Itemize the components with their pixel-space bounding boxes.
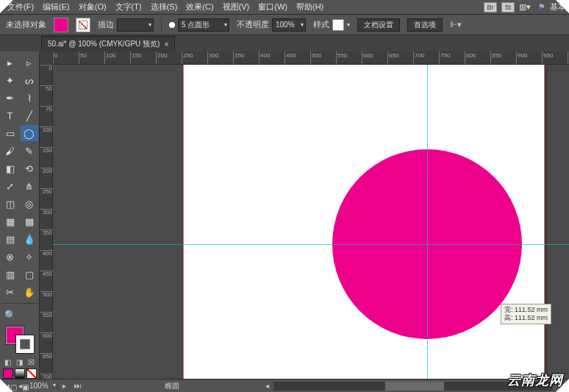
- brush-dropdown[interactable]: 5 点圆形: [178, 18, 229, 32]
- menu-view[interactable]: 视图(V): [218, 0, 254, 14]
- scroll-left-icon[interactable]: ◂: [260, 382, 273, 390]
- eyedropper-tool[interactable]: 💧: [21, 231, 38, 247]
- rotate-tool[interactable]: ⟲: [21, 160, 38, 177]
- artboard-tool[interactable]: ▢: [21, 266, 38, 282]
- current-tool-label: 椭圆: [85, 381, 260, 391]
- opacity-label: 不透明度: [237, 19, 269, 30]
- ruler-v-tick: 500: [40, 291, 53, 298]
- shape-builder-tool[interactable]: ◎: [21, 196, 38, 212]
- stroke-swatch[interactable]: [76, 18, 90, 32]
- ruler-h-tick: 400: [259, 51, 270, 65]
- prev-artboard-icon[interactable]: ◂: [13, 382, 26, 390]
- menu-effect[interactable]: 效果(C): [182, 0, 218, 14]
- ruler-h-tick: 950: [542, 51, 553, 65]
- ruler-h-tick: 600: [362, 51, 373, 65]
- ruler-h-tick: 200: [156, 51, 167, 65]
- preferences-button[interactable]: 首选项: [407, 18, 443, 32]
- eraser-tool[interactable]: ◧: [1, 160, 19, 177]
- guide-vertical[interactable]: [427, 65, 428, 379]
- ruler-v-tick: 100: [40, 126, 53, 133]
- fill-swatch[interactable]: [54, 18, 68, 32]
- pen-tool[interactable]: ✒: [1, 90, 19, 106]
- opacity-dropdown[interactable]: 100%: [272, 18, 306, 32]
- ruler-h-tick: 300: [207, 51, 218, 65]
- menu-help[interactable]: 帮助(H): [292, 0, 328, 14]
- ruler-h-tick: 100: [104, 51, 115, 65]
- scrollbar-thumb[interactable]: [385, 382, 444, 391]
- ruler-h-tick: 450: [284, 51, 296, 65]
- ruler-h-tick: 850: [490, 51, 501, 65]
- arrange-docs-icon[interactable]: ▥▾: [519, 2, 534, 13]
- ruler-h-tick: 0: [53, 51, 57, 65]
- perspective-tool[interactable]: ▦: [1, 213, 19, 229]
- slice-tool[interactable]: ✂: [1, 284, 19, 300]
- fill-stroke-control[interactable]: [5, 326, 35, 354]
- last-artboard-icon[interactable]: ⏭: [71, 382, 85, 390]
- paintbrush-tool[interactable]: 🖌: [1, 143, 19, 159]
- swatch-none[interactable]: [26, 368, 37, 379]
- ruler-h-tick: 800: [465, 51, 476, 65]
- line-tool[interactable]: ╱: [21, 107, 38, 124]
- align-icon[interactable]: ⊩▾: [450, 20, 462, 29]
- ruler-h-tick: 750: [439, 51, 450, 65]
- viewport[interactable]: 宽: 111.52 mm 高: 111.52 mm: [53, 65, 569, 379]
- document-tab[interactable]: 50.ai* @ 100% (CMYK/GPU 预览) ×: [41, 36, 175, 51]
- column-graph-tool[interactable]: ▥: [1, 266, 19, 282]
- menu-object[interactable]: 对象(O): [74, 0, 111, 14]
- swatch-gradient[interactable]: [15, 368, 25, 379]
- toolbox: ▸▹✦ᔕ✒⌇T╱▭◯🖌✎◧⟲⤢⋔◫◎▦▩▤💧⊗✧▥▢✂✋🔍 ◧ ◨ ☒ ▢ ▣: [0, 51, 40, 379]
- hand-tool[interactable]: ✋: [21, 284, 38, 300]
- curvature-tool[interactable]: ⌇: [21, 90, 38, 106]
- pencil-tool[interactable]: ✎: [21, 143, 38, 159]
- ruler-h-tick: 500: [310, 51, 321, 65]
- ruler-h-tick: 550: [336, 51, 347, 65]
- control-bar: 未选择对象 描边 5 点圆形 不透明度 100% 样式 ▾ 文档设置 首选项 ⊩…: [0, 15, 569, 35]
- ruler-v-tick: 350: [40, 229, 53, 236]
- ruler-h-tick: 250: [182, 51, 193, 65]
- magic-wand-tool[interactable]: ✦: [1, 72, 19, 88]
- toolbox-stroke[interactable]: [15, 335, 35, 354]
- selection-tool[interactable]: ▸: [1, 54, 19, 71]
- direct-select-tool[interactable]: ▹: [21, 54, 38, 71]
- free-transform-tool[interactable]: ◫: [1, 196, 19, 212]
- ruler-v-tick: 550: [40, 312, 53, 318]
- menu-edit[interactable]: 编辑(E): [38, 0, 74, 14]
- style-dd-icon[interactable]: ▾: [347, 21, 350, 28]
- stock-icon[interactable]: St: [501, 2, 515, 13]
- color-mode-icon[interactable]: ◧: [3, 357, 13, 367]
- zoom-dropdown[interactable]: 100%: [26, 382, 58, 390]
- ellipse-tool[interactable]: ◯: [21, 125, 38, 141]
- doc-setup-button[interactable]: 文档设置: [357, 18, 400, 32]
- menu-window[interactable]: 窗口(W): [254, 0, 292, 14]
- gpu-icon[interactable]: ⚑: [538, 2, 545, 12]
- swatch-magenta[interactable]: [3, 368, 13, 379]
- ruler-corner[interactable]: [40, 51, 53, 65]
- gradient-tool[interactable]: ▤: [1, 231, 19, 247]
- menu-type[interactable]: 文字(T): [111, 0, 146, 14]
- ruler-vertical[interactable]: 0507010015020025030035040045050055060065…: [40, 65, 53, 379]
- width-tool[interactable]: ⋔: [21, 178, 38, 194]
- mesh-tool[interactable]: ▩: [21, 213, 38, 229]
- ruler-h-tick: 150: [130, 51, 141, 65]
- next-artboard-icon[interactable]: ▸: [58, 382, 71, 390]
- stroke-weight-dropdown[interactable]: [117, 18, 154, 32]
- bridge-icon[interactable]: Br: [484, 2, 497, 13]
- ruler-v-tick: 400: [40, 250, 53, 257]
- guide-horizontal[interactable]: [53, 244, 569, 245]
- gradient-mode-icon[interactable]: ◨: [15, 357, 25, 367]
- tab-title: 50.ai* @ 100% (CMYK/GPU 预览): [48, 39, 160, 49]
- style-swatch[interactable]: [332, 19, 344, 31]
- tab-close-icon[interactable]: ×: [164, 40, 168, 49]
- zoom-tool[interactable]: 🔍: [1, 307, 19, 323]
- ruler-horizontal[interactable]: 0501001502002503003504004505005506006507…: [40, 51, 569, 65]
- rectangle-tool[interactable]: ▭: [1, 125, 19, 141]
- none-mode-icon[interactable]: ☒: [26, 357, 37, 367]
- type-tool[interactable]: T: [1, 107, 19, 124]
- selection-status: 未选择对象: [6, 19, 46, 30]
- tab-bar: 50.ai* @ 100% (CMYK/GPU 预览) ×: [0, 35, 569, 51]
- lasso-tool[interactable]: ᔕ: [21, 72, 38, 88]
- symbol-spray-tool[interactable]: ✧: [21, 249, 38, 265]
- menu-select[interactable]: 选择(S): [146, 0, 182, 14]
- scale-tool[interactable]: ⤢: [1, 178, 19, 194]
- blend-tool[interactable]: ⊗: [1, 249, 19, 265]
